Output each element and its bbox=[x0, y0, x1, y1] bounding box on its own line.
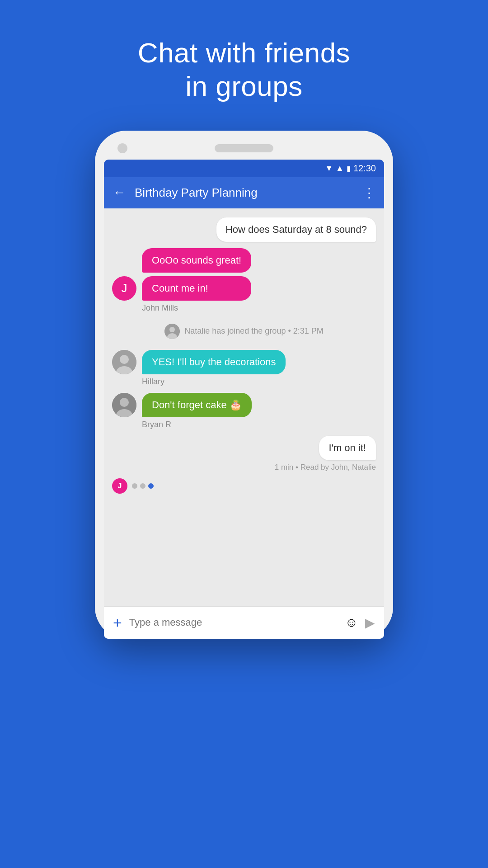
system-text: Natalie has joined the group • 2:31 PM bbox=[184, 326, 324, 336]
typing-dot-1 bbox=[132, 483, 137, 489]
john-avatar: J bbox=[112, 276, 136, 301]
typing-dots bbox=[132, 483, 154, 489]
read-receipt: 1 min • Read by John, Natalie bbox=[275, 463, 376, 472]
send-button[interactable]: ▶ bbox=[365, 615, 375, 630]
natalie-avatar-small bbox=[164, 324, 180, 339]
svg-point-1 bbox=[169, 327, 175, 332]
svg-point-7 bbox=[120, 398, 129, 407]
chat-title: Birthday Party Planning bbox=[135, 186, 354, 200]
back-button[interactable]: ← bbox=[113, 185, 126, 200]
message-bubble: Count me in! bbox=[142, 276, 251, 301]
message-bubble: Don't forget cake 🎂 bbox=[142, 393, 252, 417]
app-header: ← Birthday Party Planning ⋮ bbox=[104, 177, 384, 208]
message-bubble: OoOo sounds great! bbox=[142, 248, 251, 273]
message-input[interactable] bbox=[129, 617, 338, 628]
wifi-icon: ▼ bbox=[325, 164, 333, 173]
outgoing-message-1: How does Saturday at 8 sound? bbox=[112, 217, 376, 242]
typing-avatar: J bbox=[112, 478, 127, 494]
phone-screen: ▼ ▲ ▮ 12:30 ← Birthday Party Planning ⋮ … bbox=[104, 160, 384, 639]
system-message: Natalie has joined the group • 2:31 PM bbox=[112, 324, 376, 339]
bryan-avatar bbox=[112, 393, 136, 417]
hillary-avatar bbox=[112, 350, 136, 374]
status-bar: ▼ ▲ ▮ 12:30 bbox=[104, 160, 384, 177]
sender-name: John Mills bbox=[142, 303, 178, 313]
typing-indicator: J bbox=[112, 478, 376, 494]
emoji-button[interactable]: ☺ bbox=[345, 615, 358, 630]
message-bubble: How does Saturday at 8 sound? bbox=[216, 217, 376, 242]
incoming-message-bryan: Don't forget cake 🎂 Bryan R bbox=[112, 393, 376, 429]
svg-point-4 bbox=[120, 355, 129, 364]
incoming-message-hillary: YES! I'll buy the decorations Hillary bbox=[112, 350, 376, 387]
phone-speaker bbox=[215, 144, 273, 152]
outgoing-message-last: I'm on it! 1 min • Read by John, Natalie bbox=[112, 436, 376, 472]
typing-dot-3 bbox=[148, 483, 154, 489]
phone-mockup: ▼ ▲ ▮ 12:30 ← Birthday Party Planning ⋮ … bbox=[95, 131, 393, 639]
battery-icon: ▮ bbox=[347, 164, 351, 173]
message-bubble: I'm on it! bbox=[319, 436, 376, 460]
incoming-message-john: J OoOo sounds great! Count me in! John M… bbox=[112, 248, 376, 313]
more-options-button[interactable]: ⋮ bbox=[363, 185, 375, 200]
input-bar: + ☺ ▶ bbox=[104, 606, 384, 639]
hero-title: Chat with friends in groups bbox=[138, 36, 350, 104]
message-bubble: YES! I'll buy the decorations bbox=[142, 350, 286, 374]
phone-camera bbox=[117, 143, 127, 153]
sender-name: Hillary bbox=[142, 377, 164, 387]
status-time: 12:30 bbox=[353, 163, 376, 174]
signal-icon: ▲ bbox=[336, 164, 344, 173]
sender-name: Bryan R bbox=[142, 420, 171, 429]
typing-dot-2 bbox=[140, 483, 145, 489]
chat-area: How does Saturday at 8 sound? J OoOo sou… bbox=[104, 208, 384, 606]
attach-button[interactable]: + bbox=[113, 614, 122, 632]
